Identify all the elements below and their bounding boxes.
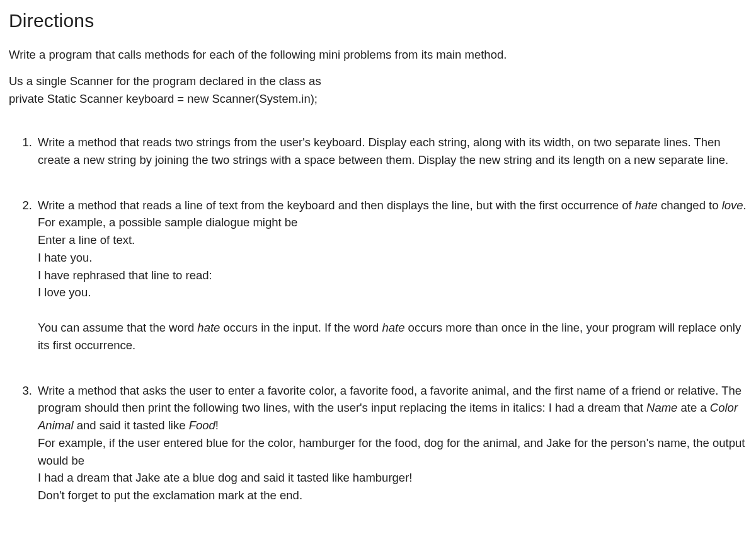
p3-seg4: ! xyxy=(215,419,219,432)
page-title: Directions xyxy=(9,6,747,35)
p2-hate-1: hate xyxy=(635,199,658,212)
problem-2-intro: Write a method that reads a line of text… xyxy=(38,197,747,232)
p2-sample-line-2: I hate you. xyxy=(38,249,747,267)
p2-sample-line-3: I have rephrased that line to read: xyxy=(38,267,747,284)
p2-note-a: You can assume that the word xyxy=(38,321,197,334)
p3-seg1: Write a method that asks the user to ent… xyxy=(38,384,742,415)
p2-sample-line-1: Enter a line of text. xyxy=(38,231,747,249)
problems-list: Write a method that reads two strings fr… xyxy=(9,134,747,504)
p2-hate-3: hate xyxy=(382,321,404,334)
p3-example: For example, if the user entered blue fo… xyxy=(38,434,747,470)
p2-sample-line-4: I love you. xyxy=(38,284,747,301)
p3-seg2: ate a xyxy=(677,401,709,414)
scanner-declaration: Us a single Scanner for the program decl… xyxy=(9,72,747,108)
p2-note: You can assume that the word hate occurs… xyxy=(38,319,747,354)
problem-1: Write a method that reads two strings fr… xyxy=(35,134,747,169)
p2-love: love xyxy=(722,199,743,212)
p2-note-b: occurs in the input. If the word xyxy=(220,321,382,334)
p3-name: Name xyxy=(646,401,677,414)
p2-seg1: Write a method that reads a line of text… xyxy=(38,199,635,212)
problem-3: Write a method that asks the user to ent… xyxy=(35,382,747,504)
problem-2: Write a method that reads a line of text… xyxy=(35,197,747,354)
scanner-line-1: Us a single Scanner for the program decl… xyxy=(9,74,321,88)
p3-output-2: Don't forget to put the exclamation mark… xyxy=(38,487,747,504)
problem-1-text: Write a method that reads two strings fr… xyxy=(38,134,747,169)
intro-paragraph: Write a program that calls methods for e… xyxy=(9,46,747,64)
p2-hate-2: hate xyxy=(197,321,220,334)
p2-seg2: changed to xyxy=(658,199,722,212)
p3-output-1: I had a dream that Jake ate a blue dog a… xyxy=(38,469,747,487)
p3-seg3: and said it tasted like xyxy=(74,419,189,432)
scanner-line-2: private Static Scanner keyboard = new Sc… xyxy=(9,92,318,105)
p3-food: Food xyxy=(189,419,215,432)
problem-3-intro: Write a method that asks the user to ent… xyxy=(38,382,747,434)
